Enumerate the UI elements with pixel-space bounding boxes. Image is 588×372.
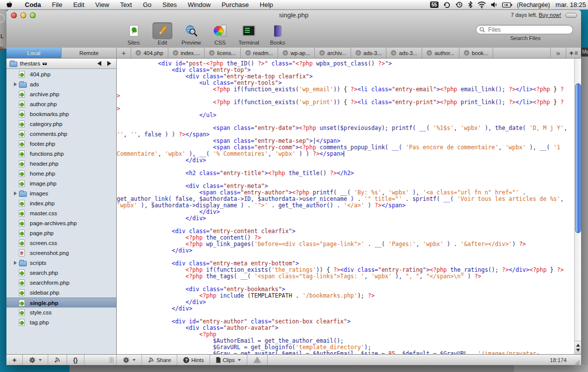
segment-remote[interactable]: Remote <box>62 48 117 58</box>
document-tab[interactable]: ×404.php <box>131 48 168 58</box>
file-row-scripts[interactable]: scripts <box>6 258 116 268</box>
back-button[interactable] <box>97 61 101 66</box>
code-line[interactable]: </div> <box>117 157 574 164</box>
menu-go[interactable]: Go <box>138 0 157 9</box>
code-editor[interactable]: <div id="post-<?php the_ID() ?>" class="… <box>117 59 581 354</box>
toolbar-item-edit[interactable]: Edit <box>149 22 175 46</box>
apple-menu-icon[interactable] <box>6 1 12 8</box>
input-source-badge[interactable]: 55 <box>430 1 439 8</box>
menu-help[interactable]: Help <box>254 0 279 9</box>
editor-gear-button[interactable] <box>117 355 142 365</box>
file-row-master.css[interactable]: master.css <box>6 208 116 218</box>
menu-view[interactable]: View <box>90 0 115 9</box>
menu-clock[interactable]: mar. 18:25 <box>556 1 586 8</box>
menu-text[interactable]: Text <box>115 0 138 9</box>
document-tab[interactable]: ×ads-3... <box>351 48 387 58</box>
close-tab-icon[interactable]: × <box>245 50 251 56</box>
close-window-button[interactable] <box>11 12 17 18</box>
file-row-image.php[interactable]: image.php <box>6 179 116 188</box>
toolbar-item-terminal[interactable]: Terminal <box>236 22 262 46</box>
close-tab-icon[interactable]: × <box>464 50 469 56</box>
menu-window[interactable]: Window <box>182 0 216 9</box>
clips-button[interactable]: Clips <box>210 355 247 365</box>
battery-icon[interactable] <box>502 2 513 8</box>
vertical-scrollbar[interactable] <box>574 59 581 354</box>
publish-button[interactable] <box>48 355 67 365</box>
forward-button[interactable] <box>107 61 111 66</box>
wifi-icon[interactable] <box>477 1 486 8</box>
file-row-page-archives.php[interactable]: page-archives.php <box>6 218 116 228</box>
disclosure-triangle-icon[interactable] <box>14 82 19 86</box>
document-tab[interactable]: ×wp-ap... <box>278 48 315 58</box>
search-field[interactable] <box>476 25 573 34</box>
menu-sites[interactable]: Sites <box>157 0 182 9</box>
close-tab-icon[interactable]: × <box>427 50 432 56</box>
file-row-footer.php[interactable]: footer.php <box>6 139 116 149</box>
file-row-sidebar.php[interactable]: sidebar.php <box>6 288 116 298</box>
sync-icon[interactable] <box>443 1 451 8</box>
tab-list-button[interactable]: +≡ <box>566 48 581 58</box>
file-row-comments.php[interactable]: comments.php <box>6 129 116 139</box>
share-button[interactable]: Share <box>142 355 177 365</box>
close-tab-icon[interactable]: × <box>136 50 141 56</box>
file-row-style.css[interactable]: style.css <box>6 308 116 317</box>
code-line[interactable]: </ul> <box>117 112 574 119</box>
new-tab-button[interactable]: + <box>117 48 131 58</box>
file-row-header.php[interactable]: header.php <box>6 159 116 169</box>
menu-edit[interactable]: Edit <box>68 0 89 9</box>
code-line[interactable]: </div> <box>117 306 574 312</box>
file-row-single.php[interactable]: single.php <box>6 298 116 308</box>
bluetooth-icon[interactable] <box>468 1 473 8</box>
close-tab-icon[interactable]: × <box>391 50 396 56</box>
code-line[interactable]: <h2 class="entry-title"><?php the_title(… <box>117 170 574 177</box>
toolbar-item-sites[interactable]: Sites <box>121 22 147 46</box>
file-row-archive.php[interactable]: archive.php <box>6 89 116 99</box>
validation-warning-button[interactable] <box>247 355 268 365</box>
file-row-screenshot.png[interactable]: screenshot.png <box>6 248 116 258</box>
code-content[interactable]: <div id="post-<?php the_ID() ?>" class="… <box>117 61 574 354</box>
toolbar-item-css[interactable]: CSS <box>207 22 233 46</box>
document-tab[interactable]: ×readm... <box>241 48 278 58</box>
menu-coda[interactable]: Coda <box>19 0 47 9</box>
file-row-category.php[interactable]: category.php <box>6 119 116 129</box>
close-tab-icon[interactable]: × <box>356 50 361 56</box>
code-line[interactable]: </div> <box>117 215 574 222</box>
chevron-down-icon[interactable] <box>43 62 47 65</box>
search-input[interactable] <box>487 26 570 34</box>
document-tab[interactable]: ×book... <box>459 48 493 58</box>
code-line[interactable]: <?php if(function_exists('wp_email')) { … <box>117 86 574 93</box>
file-row-index.php[interactable]: index.php <box>6 198 116 208</box>
file-row-home.php[interactable]: home.php <box>6 169 116 179</box>
file-row-ads[interactable]: ads <box>6 79 116 89</box>
menu-purchase[interactable]: Purchase <box>216 0 254 9</box>
minimize-window-button[interactable] <box>20 12 26 18</box>
file-row-functions.php[interactable]: functions.php <box>6 149 116 159</box>
title-bar[interactable]: single.php 7 days left.Buy now! <box>6 10 581 21</box>
document-tab[interactable]: ×ads-3... <box>386 48 422 58</box>
scroll-up-button[interactable] <box>576 344 580 347</box>
buy-now-link[interactable]: Buy now! <box>539 12 561 18</box>
document-tab[interactable]: ×index.... <box>168 48 205 58</box>
code-line[interactable]: <?php the_tags( __( '<span class="tag-li… <box>117 273 574 280</box>
disclosure-triangle-icon[interactable] <box>14 261 19 265</box>
document-tab[interactable]: ×archiv... <box>315 48 351 58</box>
close-tab-icon[interactable]: × <box>173 50 178 56</box>
toolbar-item-preview[interactable]: Preview <box>178 22 204 46</box>
file-row-tag.php[interactable]: tag.php <box>6 317 116 327</box>
file-row-bookmarks.php[interactable]: bookmarks.php <box>6 109 116 119</box>
scroll-down-button[interactable] <box>576 349 580 352</box>
file-row-author.php[interactable]: author.php <box>6 99 116 109</box>
file-row-404.php[interactable]: 404.php <box>6 69 116 79</box>
file-row-screen.css[interactable]: screen.css <box>6 238 116 248</box>
hints-button[interactable]: ? Hints <box>177 355 210 365</box>
file-actions-gear-button[interactable] <box>23 355 48 365</box>
close-tab-icon[interactable]: × <box>209 50 215 56</box>
code-line[interactable]: </div> <box>117 248 574 254</box>
menu-file[interactable]: File <box>47 0 68 9</box>
code-line[interactable]: <?php if(function_exists('wp_print')) { … <box>117 99 574 106</box>
code-line[interactable]: $Grav = get_avatar( $email = $AuthorEmai… <box>117 351 574 354</box>
scrollbar-thumb[interactable] <box>575 83 581 233</box>
sidebar-resize-area[interactable] <box>84 355 117 365</box>
time-machine-icon[interactable] <box>455 1 463 8</box>
toolbar-toggle-pill[interactable] <box>565 13 577 18</box>
